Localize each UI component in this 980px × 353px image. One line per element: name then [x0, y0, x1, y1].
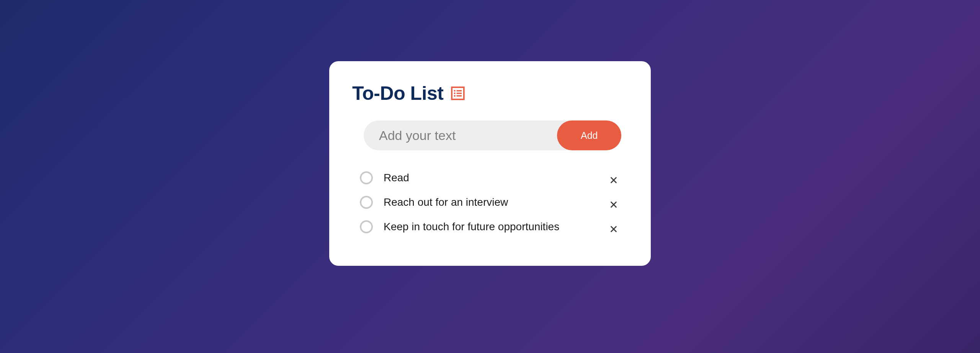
todo-card: To-Do List Add Read Reach	[329, 61, 651, 266]
delete-button[interactable]	[607, 223, 620, 236]
task-text: Read	[384, 172, 596, 184]
task-text: Keep in touch for future opportunities	[384, 221, 596, 233]
svg-rect-4	[457, 93, 462, 94]
check-circle[interactable]	[360, 196, 373, 209]
list-item: Reach out for an interview	[360, 196, 620, 209]
svg-point-5	[454, 95, 456, 97]
card-header: To-Do List	[352, 82, 628, 104]
list-icon	[450, 86, 466, 101]
task-list: Read Reach out for an interview Keep in …	[352, 171, 628, 233]
svg-point-3	[454, 93, 456, 94]
list-item: Read	[360, 171, 620, 184]
list-item: Keep in touch for future opportunities	[360, 220, 620, 233]
check-circle[interactable]	[360, 220, 373, 233]
check-circle[interactable]	[360, 171, 373, 184]
add-button[interactable]: Add	[557, 120, 621, 150]
svg-rect-6	[457, 95, 462, 96]
delete-button[interactable]	[607, 174, 620, 187]
page-title: To-Do List	[352, 82, 443, 104]
delete-button[interactable]	[607, 198, 620, 211]
task-input[interactable]	[364, 120, 557, 150]
svg-point-1	[454, 90, 456, 91]
input-row: Add	[364, 120, 616, 150]
svg-rect-2	[457, 90, 462, 91]
task-text: Reach out for an interview	[384, 196, 596, 208]
